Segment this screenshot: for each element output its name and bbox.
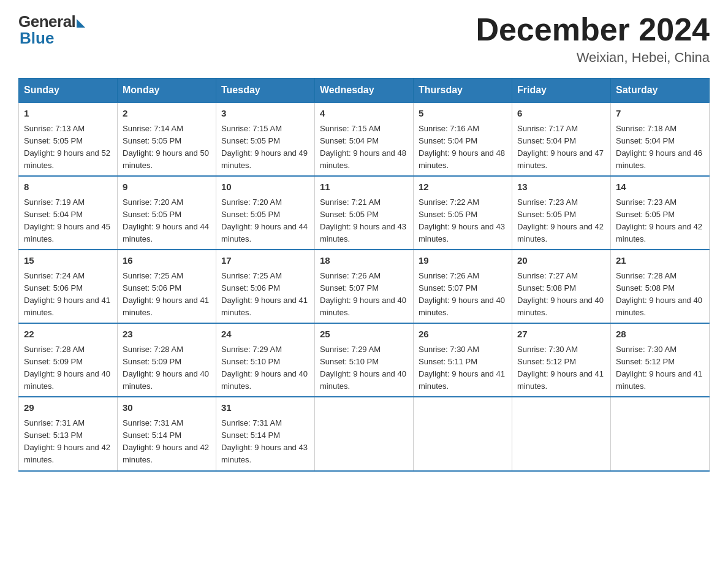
calendar-cell: 26Sunrise: 7:30 AMSunset: 5:11 PMDayligh… xyxy=(414,323,512,397)
day-number: 15 xyxy=(24,254,112,268)
day-number: 25 xyxy=(320,327,408,342)
day-of-week-monday: Monday xyxy=(118,79,216,103)
day-number: 17 xyxy=(221,254,309,268)
day-info: Sunrise: 7:30 AMSunset: 5:12 PMDaylight:… xyxy=(517,345,604,391)
day-number: 20 xyxy=(517,254,605,268)
calendar-body: 1Sunrise: 7:13 AMSunset: 5:05 PMDaylight… xyxy=(19,102,710,470)
week-row-3: 15Sunrise: 7:24 AMSunset: 5:06 PMDayligh… xyxy=(19,250,710,323)
day-number: 2 xyxy=(123,107,211,121)
calendar-cell: 24Sunrise: 7:29 AMSunset: 5:10 PMDayligh… xyxy=(216,323,315,397)
day-number: 26 xyxy=(419,327,507,342)
calendar-cell: 9Sunrise: 7:20 AMSunset: 5:05 PMDaylight… xyxy=(118,176,216,250)
location-text: Weixian, Hebei, China xyxy=(476,50,710,66)
calendar-cell: 29Sunrise: 7:31 AMSunset: 5:13 PMDayligh… xyxy=(19,397,118,470)
logo-blue-text: Blue xyxy=(18,29,54,48)
day-of-week-sunday: Sunday xyxy=(19,79,118,103)
title-section: December 2024 Weixian, Hebei, China xyxy=(476,12,710,66)
day-number: 10 xyxy=(221,180,309,194)
day-info: Sunrise: 7:28 AMSunset: 5:08 PMDaylight:… xyxy=(616,271,702,317)
day-info: Sunrise: 7:17 AMSunset: 5:04 PMDaylight:… xyxy=(517,124,604,170)
day-info: Sunrise: 7:29 AMSunset: 5:10 PMDaylight:… xyxy=(320,345,406,391)
calendar-cell: 22Sunrise: 7:28 AMSunset: 5:09 PMDayligh… xyxy=(19,323,118,397)
calendar-cell: 7Sunrise: 7:18 AMSunset: 5:04 PMDaylight… xyxy=(611,102,710,176)
calendar-cell: 11Sunrise: 7:21 AMSunset: 5:05 PMDayligh… xyxy=(315,176,414,250)
day-info: Sunrise: 7:31 AMSunset: 5:14 PMDaylight:… xyxy=(123,418,209,464)
day-info: Sunrise: 7:16 AMSunset: 5:04 PMDaylight:… xyxy=(419,124,505,170)
day-number: 14 xyxy=(616,180,704,194)
day-of-week-wednesday: Wednesday xyxy=(315,79,414,103)
day-info: Sunrise: 7:19 AMSunset: 5:04 PMDaylight:… xyxy=(24,197,110,243)
day-info: Sunrise: 7:18 AMSunset: 5:04 PMDaylight:… xyxy=(616,124,702,170)
calendar-cell: 28Sunrise: 7:30 AMSunset: 5:12 PMDayligh… xyxy=(611,323,710,397)
day-info: Sunrise: 7:15 AMSunset: 5:04 PMDaylight:… xyxy=(320,124,406,170)
month-title: December 2024 xyxy=(476,12,710,47)
day-info: Sunrise: 7:15 AMSunset: 5:05 PMDaylight:… xyxy=(221,124,308,170)
calendar-cell: 2Sunrise: 7:14 AMSunset: 5:05 PMDaylight… xyxy=(118,102,216,176)
calendar-cell xyxy=(611,397,710,470)
calendar-cell: 21Sunrise: 7:28 AMSunset: 5:08 PMDayligh… xyxy=(611,250,710,323)
calendar-cell: 3Sunrise: 7:15 AMSunset: 5:05 PMDaylight… xyxy=(216,102,315,176)
calendar-cell: 25Sunrise: 7:29 AMSunset: 5:10 PMDayligh… xyxy=(315,323,414,397)
calendar-cell: 16Sunrise: 7:25 AMSunset: 5:06 PMDayligh… xyxy=(118,250,216,323)
day-info: Sunrise: 7:21 AMSunset: 5:05 PMDaylight:… xyxy=(320,197,406,243)
calendar-cell: 14Sunrise: 7:23 AMSunset: 5:05 PMDayligh… xyxy=(611,176,710,250)
day-info: Sunrise: 7:27 AMSunset: 5:08 PMDaylight:… xyxy=(517,271,604,317)
day-number: 19 xyxy=(419,254,507,268)
day-number: 9 xyxy=(123,180,211,194)
day-of-week-friday: Friday xyxy=(512,79,611,103)
day-info: Sunrise: 7:26 AMSunset: 5:07 PMDaylight:… xyxy=(320,271,406,317)
day-info: Sunrise: 7:30 AMSunset: 5:12 PMDaylight:… xyxy=(616,345,702,391)
calendar-cell: 18Sunrise: 7:26 AMSunset: 5:07 PMDayligh… xyxy=(315,250,414,323)
calendar-table: SundayMondayTuesdayWednesdayThursdayFrid… xyxy=(18,78,710,471)
day-number: 18 xyxy=(320,254,408,268)
week-row-5: 29Sunrise: 7:31 AMSunset: 5:13 PMDayligh… xyxy=(19,397,710,470)
calendar-cell: 15Sunrise: 7:24 AMSunset: 5:06 PMDayligh… xyxy=(19,250,118,323)
day-info: Sunrise: 7:24 AMSunset: 5:06 PMDaylight:… xyxy=(24,271,110,317)
calendar-cell: 5Sunrise: 7:16 AMSunset: 5:04 PMDaylight… xyxy=(414,102,512,176)
day-number: 11 xyxy=(320,180,408,194)
day-number: 27 xyxy=(517,327,605,342)
calendar-cell: 8Sunrise: 7:19 AMSunset: 5:04 PMDaylight… xyxy=(19,176,118,250)
day-info: Sunrise: 7:22 AMSunset: 5:05 PMDaylight:… xyxy=(419,197,505,243)
day-number: 5 xyxy=(419,107,507,121)
day-number: 29 xyxy=(24,401,112,415)
day-number: 1 xyxy=(24,107,112,121)
day-info: Sunrise: 7:14 AMSunset: 5:05 PMDaylight:… xyxy=(123,124,209,170)
day-info: Sunrise: 7:25 AMSunset: 5:06 PMDaylight:… xyxy=(221,271,308,317)
week-row-2: 8Sunrise: 7:19 AMSunset: 5:04 PMDaylight… xyxy=(19,176,710,250)
calendar-cell: 31Sunrise: 7:31 AMSunset: 5:14 PMDayligh… xyxy=(216,397,315,470)
day-info: Sunrise: 7:31 AMSunset: 5:13 PMDaylight:… xyxy=(24,418,110,464)
day-number: 23 xyxy=(123,327,211,342)
calendar-cell: 19Sunrise: 7:26 AMSunset: 5:07 PMDayligh… xyxy=(414,250,512,323)
calendar-cell: 10Sunrise: 7:20 AMSunset: 5:05 PMDayligh… xyxy=(216,176,315,250)
day-info: Sunrise: 7:23 AMSunset: 5:05 PMDaylight:… xyxy=(616,197,702,243)
day-info: Sunrise: 7:20 AMSunset: 5:05 PMDaylight:… xyxy=(221,197,308,243)
day-number: 6 xyxy=(517,107,605,121)
day-info: Sunrise: 7:28 AMSunset: 5:09 PMDaylight:… xyxy=(24,345,110,391)
day-info: Sunrise: 7:13 AMSunset: 5:05 PMDaylight:… xyxy=(24,124,110,170)
day-info: Sunrise: 7:23 AMSunset: 5:05 PMDaylight:… xyxy=(517,197,604,243)
day-number: 4 xyxy=(320,107,408,121)
day-number: 31 xyxy=(221,401,309,415)
logo-arrow-icon xyxy=(77,19,85,28)
calendar-cell: 23Sunrise: 7:28 AMSunset: 5:09 PMDayligh… xyxy=(118,323,216,397)
day-info: Sunrise: 7:26 AMSunset: 5:07 PMDaylight:… xyxy=(419,271,505,317)
calendar-cell xyxy=(315,397,414,470)
week-row-1: 1Sunrise: 7:13 AMSunset: 5:05 PMDaylight… xyxy=(19,102,710,176)
day-number: 21 xyxy=(616,254,704,268)
calendar-cell: 12Sunrise: 7:22 AMSunset: 5:05 PMDayligh… xyxy=(414,176,512,250)
day-of-week-thursday: Thursday xyxy=(414,79,512,103)
calendar-header: SundayMondayTuesdayWednesdayThursdayFrid… xyxy=(19,79,710,103)
day-info: Sunrise: 7:29 AMSunset: 5:10 PMDaylight:… xyxy=(221,345,308,391)
day-number: 22 xyxy=(24,327,112,342)
day-info: Sunrise: 7:31 AMSunset: 5:14 PMDaylight:… xyxy=(221,418,308,464)
day-info: Sunrise: 7:30 AMSunset: 5:11 PMDaylight:… xyxy=(419,345,505,391)
day-number: 30 xyxy=(123,401,211,415)
calendar-cell: 27Sunrise: 7:30 AMSunset: 5:12 PMDayligh… xyxy=(512,323,611,397)
day-number: 7 xyxy=(616,107,704,121)
day-info: Sunrise: 7:28 AMSunset: 5:09 PMDaylight:… xyxy=(123,345,209,391)
day-of-week-tuesday: Tuesday xyxy=(216,79,315,103)
calendar-cell xyxy=(414,397,512,470)
day-number: 24 xyxy=(221,327,309,342)
day-number: 12 xyxy=(419,180,507,194)
